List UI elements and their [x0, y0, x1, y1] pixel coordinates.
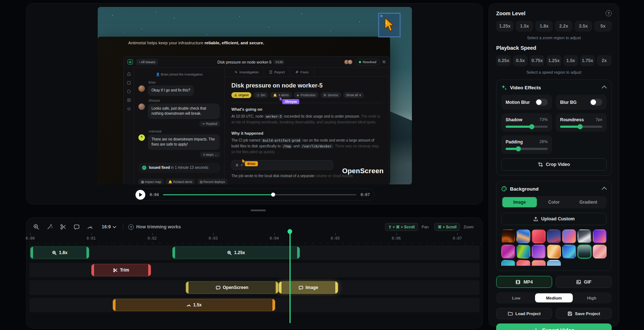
cursor-highlight-overlay: [378, 13, 401, 37]
zoom-level-option[interactable]: 2.2x: [555, 21, 572, 32]
background-thumbnail-5[interactable]: [562, 229, 576, 243]
playback-speed-option[interactable]: 2x: [597, 55, 612, 66]
padding-slider-knob[interactable]: [516, 146, 521, 151]
background-thumbnail-2[interactable]: [517, 229, 530, 243]
playhead[interactable]: [289, 232, 291, 323]
quality-medium[interactable]: Medium: [535, 293, 573, 302]
ruler-tick: [396, 233, 397, 235]
ruler-minor-tick: [259, 243, 259, 244]
palette-icon: [501, 186, 507, 192]
background-thumbnail-17[interactable]: [532, 260, 546, 266]
background-thumbnail-10[interactable]: [532, 245, 546, 258]
background-thumbnail-7[interactable]: [593, 229, 607, 243]
background-thumbnail-15[interactable]: [501, 260, 515, 266]
ruler-minor-tick: [427, 243, 427, 244]
zoom-level-option[interactable]: 5x: [594, 21, 612, 32]
shadow-slider-knob[interactable]: [529, 124, 534, 129]
playback-speed-option[interactable]: 1.5x: [563, 55, 578, 66]
preview-panel: Antimetal helps keep your infrastructure…: [26, 3, 483, 204]
blur-bg-toggle[interactable]: [590, 99, 602, 106]
save-project-button[interactable]: Save Project: [556, 308, 612, 319]
zoom-level-option[interactable]: 3.5x: [575, 21, 592, 32]
timeline-panel: 16:9 ? How trimming works ⇧ + ⌘ + Scroll…: [26, 217, 483, 329]
help-icon[interactable]: ?: [605, 10, 612, 16]
ruler-minor-tick: [465, 243, 465, 244]
collapse-chevron-icon[interactable]: [602, 85, 607, 90]
zoom-in-icon[interactable]: [33, 224, 40, 230]
ruler-minor-tick: [167, 243, 168, 244]
clip-1-8x[interactable]: 1.8x: [30, 247, 89, 259]
ruler-label: 0:01: [85, 236, 98, 240]
background-thumbnail-16[interactable]: [517, 260, 530, 266]
crop-video-button[interactable]: Crop Video: [501, 158, 607, 171]
clip-image[interactable]: Image: [279, 281, 339, 294]
panel-resize-handle[interactable]: [251, 209, 266, 211]
clip-1-25x[interactable]: 1.25x: [172, 247, 300, 259]
clip-openscreen[interactable]: OpenScreen: [186, 281, 278, 294]
seek-bar[interactable]: [163, 194, 356, 195]
tab-image[interactable]: Image: [502, 197, 537, 207]
load-project-button[interactable]: Load Project: [496, 308, 552, 319]
ruler-minor-tick: [282, 243, 282, 244]
zoom-level-option[interactable]: 1.5x: [516, 21, 533, 32]
scan-icon: [127, 80, 131, 84]
quality-low[interactable]: Low: [497, 293, 535, 302]
chat-message: Okay if I go and fix this?: [138, 85, 220, 96]
ruler-minor-tick: [335, 243, 336, 244]
background-thumbnail-18[interactable]: [547, 260, 561, 266]
scissors-icon[interactable]: [60, 224, 66, 230]
timeline-track-trim[interactable]: Trim: [29, 263, 479, 277]
tab-color[interactable]: Color: [537, 197, 571, 207]
clip-1-5x[interactable]: 1.5x: [113, 299, 276, 311]
play-button[interactable]: [135, 190, 145, 200]
quality-high[interactable]: High: [573, 293, 611, 302]
ruler-minor-tick: [236, 243, 236, 244]
collapse-chevron-icon[interactable]: [602, 187, 607, 192]
background-thumbnail-3[interactable]: [532, 229, 546, 243]
format-mp4-button[interactable]: MP4: [496, 276, 552, 288]
seek-knob[interactable]: [271, 193, 275, 197]
background-thumbnail-9[interactable]: [517, 245, 530, 258]
how-trimming-works-link[interactable]: ? How trimming works: [128, 224, 181, 230]
comment-icon[interactable]: [73, 224, 80, 230]
background-thumbnail-13[interactable]: [578, 245, 591, 258]
timeline-ruler[interactable]: 0:000:010:020:030:040:050:060:07: [27, 233, 482, 244]
playback-speed-option[interactable]: 0.75x: [530, 55, 544, 66]
background-thumbnail-4[interactable]: [547, 229, 561, 243]
zoom-level-option[interactable]: 1.8x: [535, 21, 553, 32]
roundness-slider[interactable]: [560, 126, 602, 128]
magic-wand-icon[interactable]: [46, 224, 53, 230]
shadow-slider[interactable]: [506, 126, 548, 128]
background-thumbnail-6[interactable]: [578, 229, 591, 243]
export-video-button[interactable]: Export Video: [496, 323, 612, 330]
zoom-level-option[interactable]: 1.25x: [496, 21, 514, 32]
background-thumbnail-12[interactable]: [562, 245, 576, 258]
playback-speed-option[interactable]: 1.25x: [546, 55, 561, 66]
collaborator-cursor-shreyas: Shreyas: [279, 97, 299, 104]
timeline-track-zoom[interactable]: 1.8x1.25x: [29, 245, 479, 260]
playback-speed-option[interactable]: 1.75x: [580, 55, 595, 66]
format-gif-button[interactable]: GIF: [556, 276, 612, 288]
ruler-minor-tick: [183, 243, 183, 244]
upload-custom-button[interactable]: Upload Custom: [501, 213, 607, 225]
roundness-slider-knob[interactable]: [578, 124, 583, 129]
playback-speed-option[interactable]: 0.25x: [496, 55, 511, 66]
timeline-track-speed[interactable]: 1.5x: [29, 298, 479, 312]
tab-gradient[interactable]: Gradient: [571, 197, 605, 207]
background-thumbnail-1[interactable]: [501, 229, 515, 243]
clip-trim[interactable]: Trim: [91, 264, 151, 276]
background-section: Background Image Color Gradient Upload C…: [496, 181, 612, 271]
aspect-ratio-dropdown[interactable]: 16:9: [102, 224, 116, 229]
background-thumbnail-8[interactable]: [501, 245, 515, 258]
antimetal-avatar: ^: [138, 134, 145, 141]
motion-blur-toggle[interactable]: [535, 99, 548, 106]
ruler-minor-tick: [228, 243, 229, 244]
playback-speed-option[interactable]: 0.5x: [513, 55, 528, 66]
speed-gauge-icon[interactable]: [87, 224, 93, 230]
timeline-track-text[interactable]: OpenScreenImage: [29, 280, 479, 295]
background-thumbnail-14[interactable]: [593, 245, 607, 258]
video-canvas[interactable]: Antimetal helps keep your infrastructure…: [98, 7, 412, 184]
background-thumbnail-11[interactable]: [547, 245, 561, 258]
ruler-minor-tick: [221, 243, 221, 244]
padding-slider[interactable]: [506, 148, 548, 150]
